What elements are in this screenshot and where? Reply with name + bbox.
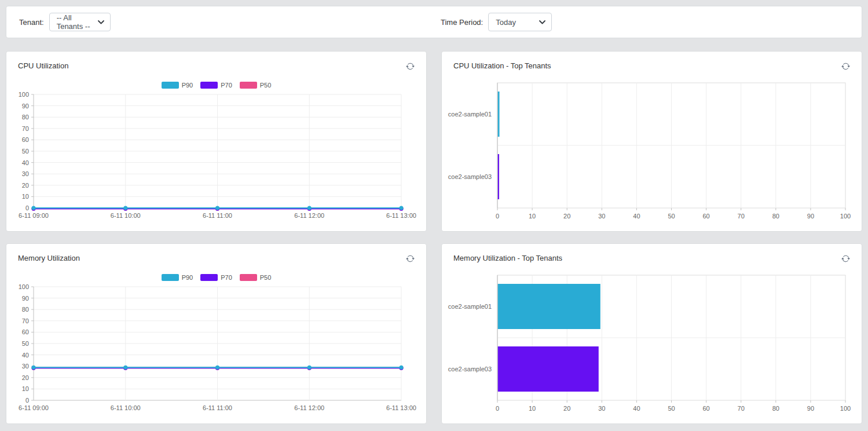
svg-text:60: 60 xyxy=(22,136,29,143)
svg-text:0: 0 xyxy=(496,213,499,220)
svg-text:30: 30 xyxy=(22,170,29,177)
refresh-button[interactable] xyxy=(404,252,417,265)
legend-swatch xyxy=(162,274,179,281)
legend-label: P70 xyxy=(221,274,232,281)
svg-text:10: 10 xyxy=(22,385,29,392)
memory-utilization-line-chart: 01020304050607080901006-11 09:006-11 10:… xyxy=(6,283,417,414)
legend-item-p50[interactable]: P50 xyxy=(240,82,272,89)
svg-text:coe2-sample03: coe2-sample03 xyxy=(448,173,492,180)
time-period-select[interactable]: Today xyxy=(488,13,552,31)
svg-text:50: 50 xyxy=(668,405,675,412)
legend-label: P50 xyxy=(260,274,272,281)
svg-text:70: 70 xyxy=(22,317,29,324)
svg-text:6-11 11:00: 6-11 11:00 xyxy=(203,404,232,411)
svg-text:50: 50 xyxy=(22,148,29,155)
svg-text:coe2-sample03: coe2-sample03 xyxy=(448,366,492,372)
refresh-button[interactable] xyxy=(839,60,852,73)
svg-text:6-11 12:00: 6-11 12:00 xyxy=(294,212,324,219)
svg-text:coe2-sample01: coe2-sample01 xyxy=(448,303,492,310)
refresh-button[interactable] xyxy=(404,60,417,73)
tenant-select-value: -- All Tenants -- xyxy=(57,13,93,31)
time-period-label: Time Period: xyxy=(441,18,483,27)
svg-text:30: 30 xyxy=(598,213,605,220)
tenant-select[interactable]: -- All Tenants -- xyxy=(49,13,111,31)
legend-swatch xyxy=(162,82,179,89)
panel-cpu-utilization: CPU Utilization P90P70P50 01020304050607… xyxy=(6,51,427,232)
svg-text:70: 70 xyxy=(738,405,745,412)
refresh-icon xyxy=(406,62,415,71)
panel-title: Memory Utilization xyxy=(18,254,80,262)
refresh-button[interactable] xyxy=(839,252,852,265)
legend-item-p50[interactable]: P50 xyxy=(240,274,272,281)
svg-text:80: 80 xyxy=(22,114,29,120)
svg-text:50: 50 xyxy=(22,340,29,347)
svg-text:80: 80 xyxy=(22,306,29,313)
svg-text:100: 100 xyxy=(840,405,851,412)
chevron-down-icon xyxy=(98,20,104,24)
legend-label: P90 xyxy=(182,274,193,281)
memory-top-tenants-bar-chart: 0102030405060708090100coe2-sample01coe2-… xyxy=(442,273,853,414)
dashboard-grid: CPU Utilization P90P70P50 01020304050607… xyxy=(0,51,868,424)
panel-memory-top-tenants: Memory Utilization - Top Tenants 0102030… xyxy=(441,243,862,424)
panel-title: CPU Utilization xyxy=(18,61,68,70)
svg-text:20: 20 xyxy=(22,182,29,189)
time-period-select-value: Today xyxy=(496,18,516,27)
legend-swatch xyxy=(240,82,257,89)
svg-text:70: 70 xyxy=(738,213,745,220)
tenant-label: Tenant: xyxy=(19,18,44,27)
time-period-filter: Time Period: Today xyxy=(441,6,552,38)
svg-text:6-11 12:00: 6-11 12:00 xyxy=(294,404,324,411)
svg-text:50: 50 xyxy=(668,213,675,220)
svg-text:90: 90 xyxy=(807,405,814,412)
refresh-icon xyxy=(406,254,415,263)
svg-text:40: 40 xyxy=(633,405,640,412)
legend-swatch xyxy=(200,274,218,281)
svg-text:6-11 10:00: 6-11 10:00 xyxy=(111,404,141,411)
svg-text:0: 0 xyxy=(25,397,29,404)
legend-label: P50 xyxy=(260,82,272,89)
refresh-icon xyxy=(841,62,850,71)
legend-item-p90[interactable]: P90 xyxy=(162,82,193,89)
svg-text:30: 30 xyxy=(598,405,605,412)
svg-text:20: 20 xyxy=(563,405,570,412)
svg-text:100: 100 xyxy=(840,213,851,220)
svg-text:6-11 09:00: 6-11 09:00 xyxy=(19,212,49,219)
svg-text:20: 20 xyxy=(563,213,570,220)
svg-text:100: 100 xyxy=(19,91,29,98)
svg-text:80: 80 xyxy=(772,213,779,220)
filter-bar: Tenant: -- All Tenants -- Time Period: T… xyxy=(6,6,862,38)
svg-text:70: 70 xyxy=(22,125,29,132)
svg-text:0: 0 xyxy=(496,405,499,412)
svg-text:90: 90 xyxy=(22,103,29,109)
legend-label: P70 xyxy=(221,82,232,89)
svg-text:60: 60 xyxy=(22,328,29,335)
chart-legend: P90P70P50 xyxy=(6,82,426,89)
svg-text:10: 10 xyxy=(22,193,29,200)
chart-legend: P90P70P50 xyxy=(6,274,426,281)
svg-text:coe2-sample01: coe2-sample01 xyxy=(448,111,492,118)
svg-text:60: 60 xyxy=(702,405,709,412)
tenant-filter: Tenant: -- All Tenants -- xyxy=(19,6,111,38)
legend-item-p90[interactable]: P90 xyxy=(162,274,193,281)
svg-text:40: 40 xyxy=(22,352,29,359)
cpu-utilization-line-chart: 01020304050607080901006-11 09:006-11 10:… xyxy=(6,91,417,222)
svg-text:80: 80 xyxy=(772,405,779,412)
svg-text:20: 20 xyxy=(22,374,29,381)
panel-memory-utilization: Memory Utilization P90P70P50 01020304050… xyxy=(6,243,427,424)
legend-item-p70[interactable]: P70 xyxy=(200,82,232,89)
svg-text:6-11 13:00: 6-11 13:00 xyxy=(386,212,416,219)
bar-coe2-sample01[interactable] xyxy=(498,284,600,329)
bar-coe2-sample03[interactable] xyxy=(498,346,599,392)
svg-text:40: 40 xyxy=(22,159,29,166)
svg-text:6-11 09:00: 6-11 09:00 xyxy=(19,404,49,411)
panel-cpu-top-tenants: CPU Utilization - Top Tenants 0102030405… xyxy=(441,51,862,232)
legend-item-p70[interactable]: P70 xyxy=(200,274,232,281)
bar-coe2-sample01[interactable] xyxy=(498,92,500,137)
svg-text:90: 90 xyxy=(22,295,29,302)
svg-text:6-11 11:00: 6-11 11:00 xyxy=(203,212,232,219)
legend-swatch xyxy=(240,274,257,281)
svg-text:40: 40 xyxy=(633,213,640,220)
bar-coe2-sample03[interactable] xyxy=(498,154,500,199)
cpu-top-tenants-bar-chart: 0102030405060708090100coe2-sample01coe2-… xyxy=(442,81,853,222)
svg-text:90: 90 xyxy=(807,213,814,220)
